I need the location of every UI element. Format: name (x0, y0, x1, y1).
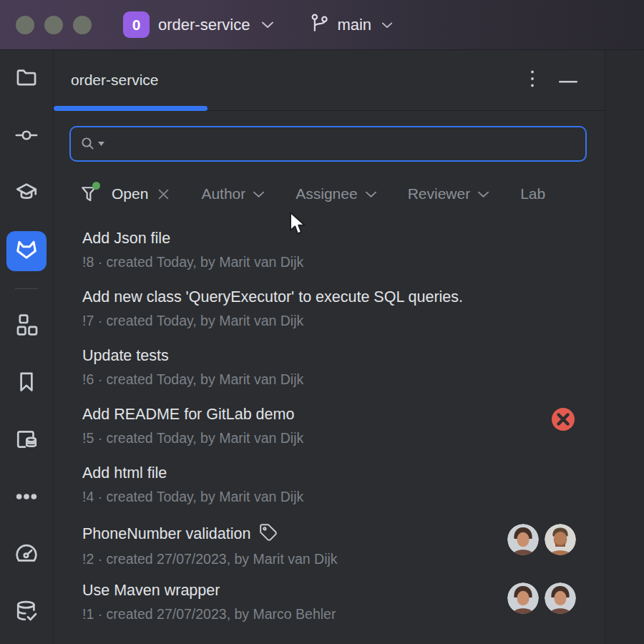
database-check-icon (14, 599, 39, 626)
search-input[interactable] (112, 136, 577, 152)
bookmark-icon (14, 370, 39, 397)
filter-state-open[interactable]: Open (112, 185, 148, 203)
merge-request-main: Update tests !6 · created Today, by Mari… (82, 347, 576, 388)
filter-assignee-dropdown[interactable]: Assignee (296, 185, 376, 203)
panel-tab-title[interactable]: order-service (71, 72, 159, 89)
filter-reviewer-dropdown[interactable]: Reviewer (408, 185, 490, 203)
merge-request-row[interactable]: Use Maven wrapper !1 · created 27/07/202… (54, 582, 605, 640)
filter-reviewer-label: Reviewer (408, 185, 471, 203)
merge-request-row[interactable]: Add html file !4 · created Today, by Mar… (54, 464, 605, 523)
merge-request-title: Add Json file (82, 230, 170, 248)
merge-request-title: Add new class 'QueryExecutor' to execute… (82, 288, 463, 306)
gauge-icon (14, 542, 39, 569)
merge-request-title: Add README for GitLab demo (82, 406, 294, 424)
graduation-cap-icon (14, 180, 39, 208)
panel-header: order-service (54, 50, 605, 111)
sidebar-item-project[interactable] (6, 59, 47, 99)
git-branch-icon (308, 12, 330, 38)
avatar-group (507, 524, 576, 555)
tool-window-stripe (0, 50, 54, 644)
merge-request-meta: !2 · created 27/07/2023, by Marit van Di… (82, 551, 507, 567)
merge-request-row[interactable]: Add Json file !8 · created Today, by Mar… (54, 230, 605, 288)
kebab-menu-icon[interactable] (530, 69, 535, 91)
panel-header-actions (530, 69, 605, 91)
editor-area-edge (605, 50, 644, 644)
sidebar-item-database-changes[interactable] (6, 592, 47, 633)
sidebar-item-gitlab[interactable] (6, 231, 47, 271)
sidebar-item-commit[interactable] (6, 117, 47, 157)
merge-request-row[interactable]: PhoneNumber validation !2 · created 27/0… (54, 523, 605, 582)
ide-window: 0 order-service main (0, 0, 644, 644)
chevron-down-icon (365, 190, 377, 198)
hide-panel-icon[interactable] (559, 74, 577, 87)
chevron-down-icon (381, 19, 393, 31)
sidebar-item-learn[interactable] (6, 174, 47, 214)
pipeline-failed-icon (550, 406, 576, 435)
titlebar: 0 order-service main (0, 0, 644, 50)
filter-button[interactable] (79, 183, 99, 205)
merge-request-main: PhoneNumber validation !2 · created 27/0… (82, 523, 507, 567)
sidebar-item-bookmarks[interactable] (6, 364, 47, 404)
label-tag-icon (259, 523, 278, 545)
sidebar-item-database-window[interactable] (6, 421, 47, 461)
mouse-cursor (288, 212, 307, 236)
branch-widget[interactable]: main (308, 12, 393, 38)
minimize-window-button[interactable] (44, 16, 63, 34)
merge-request-side (507, 524, 576, 555)
gitlab-merge-requests-panel: order-service (54, 50, 605, 644)
merge-request-main: Add README for GitLab demo !5 · created … (82, 406, 550, 447)
window-controls (16, 16, 92, 34)
project-widget[interactable]: 0 order-service (123, 11, 274, 38)
search-options-button[interactable] (79, 135, 104, 152)
merge-request-list: Add Json file !8 · created Today, by Mar… (54, 230, 605, 640)
filter-label-dropdown[interactable]: Lab (520, 185, 545, 203)
merge-request-main: Use Maven wrapper !1 · created 27/07/202… (82, 582, 507, 623)
merge-request-side (550, 406, 576, 435)
avatar (507, 524, 539, 555)
branch-name: main (337, 16, 371, 34)
clear-filter-icon[interactable] (157, 188, 170, 200)
merge-request-meta: !5 · created Today, by Marit van Dijk (82, 430, 550, 447)
merge-request-main: Add html file !4 · created Today, by Mar… (82, 464, 576, 505)
stripe-divider (15, 288, 38, 289)
merge-request-main: Add Json file !8 · created Today, by Mar… (82, 230, 576, 270)
merge-request-main: Add new class 'QueryExecutor' to execute… (82, 288, 576, 329)
chevron-down-icon (477, 190, 489, 198)
merge-request-title: PhoneNumber validation (82, 525, 250, 543)
merge-request-meta: !6 · created Today, by Marit van Dijk (82, 371, 576, 388)
more-dots-icon (14, 484, 39, 512)
merge-request-meta: !8 · created Today, by Marit van Dijk (82, 254, 576, 270)
folder-icon (14, 66, 39, 93)
merge-request-meta: !1 · created 27/07/2023, by Marco Behler (82, 606, 507, 623)
merge-request-row[interactable]: Update tests !6 · created Today, by Mari… (54, 347, 605, 406)
structure-squares-icon (14, 313, 39, 340)
merge-request-title: Update tests (82, 347, 169, 365)
avatar (507, 582, 539, 614)
search-caret-icon (98, 142, 104, 146)
filter-author-dropdown[interactable]: Author (201, 185, 265, 203)
filter-assignee-label: Assignee (296, 185, 357, 203)
search-field[interactable] (69, 126, 587, 162)
filter-bar: Open Author Assignee Reviewer Lab (54, 181, 605, 207)
gitlab-tanuki-icon (14, 237, 39, 265)
sidebar-item-profiler[interactable] (6, 535, 47, 575)
sidebar-item-structure[interactable] (6, 306, 47, 346)
zoom-window-button[interactable] (73, 16, 92, 34)
project-name: order-service (158, 16, 250, 34)
merge-request-row[interactable]: Add README for GitLab demo !5 · created … (54, 406, 605, 464)
close-window-button[interactable] (16, 16, 34, 34)
project-badge: 0 (123, 11, 150, 38)
avatar (545, 524, 576, 555)
merge-request-row[interactable]: Add new class 'QueryExecutor' to execute… (54, 288, 605, 347)
filter-active-dot (92, 182, 100, 190)
filter-author-label: Author (201, 185, 245, 203)
avatar (545, 582, 576, 614)
window-database-icon (14, 427, 39, 454)
merge-request-meta: !7 · created Today, by Marit van Dijk (82, 313, 576, 329)
active-tab-indicator (54, 106, 208, 111)
merge-request-title: Use Maven wrapper (82, 582, 220, 600)
merge-request-meta: !4 · created Today, by Marit van Dijk (82, 489, 576, 505)
sidebar-item-more[interactable] (6, 478, 47, 518)
merge-request-side (507, 582, 576, 614)
avatar-group (507, 582, 576, 614)
